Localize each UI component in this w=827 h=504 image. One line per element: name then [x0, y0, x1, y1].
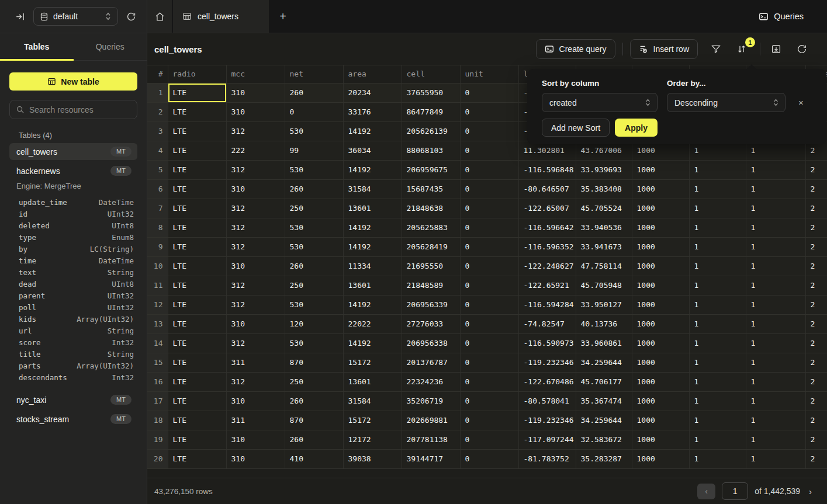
table-cell[interactable]: LTE — [168, 237, 226, 256]
table-cell[interactable]: 312 — [226, 276, 285, 295]
table-cell[interactable]: 1 — [689, 353, 746, 372]
table-cell[interactable]: 31584 — [343, 179, 402, 199]
table-cell[interactable]: LTE — [168, 430, 226, 449]
remove-sort-button[interactable]: × — [798, 98, 804, 107]
table-cell[interactable]: 1 — [746, 276, 805, 295]
table-cell[interactable]: 33.939693 — [576, 160, 632, 179]
table-cell[interactable]: 1 — [689, 314, 746, 333]
table-cell[interactable]: 1 — [689, 391, 746, 411]
table-cell[interactable]: 205626139 — [402, 121, 460, 141]
table-cell[interactable]: 0 — [460, 295, 518, 314]
table-cell[interactable]: 36034 — [343, 141, 402, 160]
row-number-cell[interactable]: 1 — [147, 83, 168, 102]
table-cell[interactable]: LTE — [168, 179, 226, 199]
insert-row-button[interactable]: Insert row — [630, 39, 698, 59]
table-cell[interactable]: -116.594284 — [518, 295, 576, 314]
table-cell[interactable]: -116.596352 — [518, 237, 576, 256]
table-cell[interactable]: 1 — [689, 449, 746, 468]
queries-button[interactable]: Queries — [753, 0, 827, 33]
table-cell[interactable]: LTE — [168, 333, 226, 353]
table-cell[interactable]: 1 — [689, 218, 746, 237]
table-cell[interactable]: 312 — [226, 199, 285, 218]
table-cell[interactable]: 530 — [285, 333, 343, 353]
table-cell[interactable]: 260 — [285, 430, 343, 449]
table-cell[interactable]: 1 — [746, 314, 805, 333]
table-cell[interactable]: 1 — [689, 372, 746, 391]
table-cell[interactable]: -80.646507 — [518, 179, 576, 199]
table-cell[interactable]: 310 — [226, 391, 285, 411]
next-page-button[interactable]: › — [807, 485, 814, 498]
table-cell[interactable]: 99 — [285, 141, 343, 160]
table-cell[interactable]: 2 — [805, 237, 827, 256]
table-cell[interactable]: 37655950 — [402, 83, 460, 102]
table-cell[interactable]: 13601 — [343, 372, 402, 391]
table-cell[interactable]: -81.783752 — [518, 449, 576, 468]
table-cell[interactable]: 2 — [805, 160, 827, 179]
table-cell[interactable]: 34.259644 — [576, 411, 632, 430]
database-selector[interactable]: default — [33, 7, 118, 26]
row-number-cell[interactable]: 17 — [147, 391, 168, 411]
table-cell[interactable]: 0 — [460, 411, 518, 430]
table-cell[interactable]: 202669881 — [402, 411, 460, 430]
table-cell[interactable]: 2 — [805, 449, 827, 468]
table-cell[interactable]: 206956339 — [402, 295, 460, 314]
column-header-unit[interactable]: unit — [460, 65, 518, 83]
table-cell[interactable]: 0 — [460, 141, 518, 160]
table-cell[interactable]: 870 — [285, 411, 343, 430]
create-query-button[interactable]: Create query — [536, 39, 615, 59]
table-cell[interactable]: 1 — [746, 295, 805, 314]
table-cell[interactable]: 2 — [805, 179, 827, 199]
table-cell[interactable]: LTE — [168, 449, 226, 468]
column-header-cell[interactable]: cell — [402, 65, 460, 83]
table-cell[interactable]: 0 — [460, 160, 518, 179]
table-cell[interactable]: 250 — [285, 199, 343, 218]
table-cell[interactable]: 0 — [460, 199, 518, 218]
table-cell[interactable]: 0 — [460, 102, 518, 121]
table-cell[interactable]: 1 — [689, 295, 746, 314]
table-cell[interactable]: 2 — [805, 353, 827, 372]
sort-order-select[interactable]: Descending — [667, 93, 786, 112]
column-header-radio[interactable]: radio — [168, 65, 226, 83]
table-cell[interactable]: 312 — [226, 160, 285, 179]
table-cell[interactable]: 0 — [460, 353, 518, 372]
sidebar-tab-tables[interactable]: Tables — [0, 33, 74, 60]
table-cell[interactable]: 33.941673 — [576, 237, 632, 256]
table-cell[interactable]: 0 — [460, 333, 518, 353]
table-cell[interactable]: 201376787 — [402, 353, 460, 372]
table-cell[interactable]: 1000 — [632, 372, 689, 391]
table-cell[interactable]: 312 — [226, 237, 285, 256]
column-header-index[interactable]: # — [147, 65, 168, 83]
table-cell[interactable]: 0 — [460, 256, 518, 276]
table-cell[interactable]: 0 — [460, 314, 518, 333]
table-cell[interactable]: 2 — [805, 256, 827, 276]
table-cell[interactable]: 530 — [285, 121, 343, 141]
table-cell[interactable]: 1 — [746, 256, 805, 276]
collapse-sidebar-button[interactable] — [13, 9, 27, 24]
home-tab-button[interactable] — [147, 0, 172, 33]
table-cell[interactable]: 2 — [805, 411, 827, 430]
sidebar-table-item[interactable]: hackernewsMT — [9, 162, 137, 179]
table-cell[interactable]: 310 — [226, 430, 285, 449]
table-cell[interactable]: 530 — [285, 295, 343, 314]
table-cell[interactable]: 2 — [805, 218, 827, 237]
table-cell[interactable]: 45.706177 — [576, 372, 632, 391]
table-cell[interactable]: 14192 — [343, 237, 402, 256]
row-number-cell[interactable]: 12 — [147, 295, 168, 314]
sort-column-select[interactable]: created — [542, 93, 658, 112]
table-cell[interactable]: LTE — [168, 411, 226, 430]
row-number-cell[interactable]: 4 — [147, 141, 168, 160]
table-cell[interactable]: LTE — [168, 102, 226, 121]
table-cell[interactable]: 250 — [285, 372, 343, 391]
row-number-cell[interactable]: 3 — [147, 121, 168, 141]
table-cell[interactable]: 310 — [226, 256, 285, 276]
table-cell[interactable]: 1000 — [632, 179, 689, 199]
table-cell[interactable]: 312 — [226, 333, 285, 353]
table-cell[interactable]: 2 — [805, 372, 827, 391]
table-cell[interactable]: 1 — [689, 160, 746, 179]
table-cell[interactable]: 1000 — [632, 237, 689, 256]
table-cell[interactable]: 205628419 — [402, 237, 460, 256]
table-cell[interactable]: 1 — [746, 333, 805, 353]
table-cell[interactable]: 311 — [226, 353, 285, 372]
table-cell[interactable]: 1000 — [632, 353, 689, 372]
row-number-cell[interactable]: 15 — [147, 353, 168, 372]
